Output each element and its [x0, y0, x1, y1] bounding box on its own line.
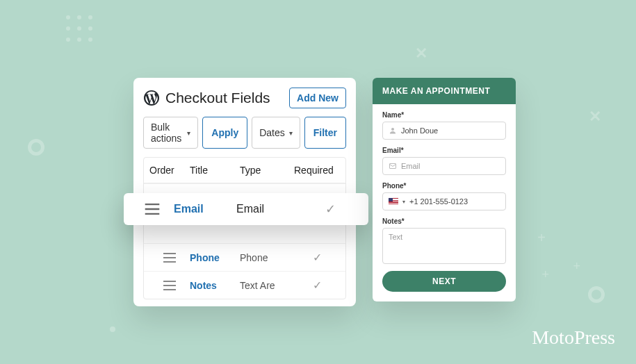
- table-row: Notes Text Are ✓: [144, 271, 345, 299]
- row-type: Phone: [240, 252, 294, 263]
- drag-handle-icon[interactable]: [149, 253, 190, 263]
- dates-select[interactable]: Dates ▾: [252, 117, 300, 149]
- admin-panel: Checkout Fields Add New Bulk actions ▾ A…: [133, 78, 356, 306]
- apply-button[interactable]: Apply: [202, 117, 247, 149]
- row-type: Email: [236, 203, 299, 215]
- row-title-link[interactable]: Notes: [190, 280, 240, 291]
- chevron-down-icon: ▾: [289, 129, 293, 137]
- filter-button[interactable]: Filter: [304, 117, 346, 149]
- name-label: Name*: [382, 111, 506, 119]
- add-new-button[interactable]: Add New: [289, 88, 346, 108]
- table-row-highlight: Email Email ✓: [124, 193, 368, 225]
- next-button[interactable]: NEXT: [382, 271, 506, 292]
- notes-label: Notes*: [382, 217, 506, 225]
- name-input[interactable]: John Doue: [382, 122, 506, 140]
- table-row: Phone Phone ✓: [144, 243, 345, 271]
- svg-point-1: [391, 128, 394, 131]
- chevron-down-icon: ▾: [187, 129, 190, 137]
- col-required: Required: [294, 165, 340, 176]
- dates-label: Dates: [259, 127, 285, 138]
- wordpress-icon: [143, 90, 160, 106]
- drag-handle-icon[interactable]: [149, 281, 190, 290]
- form-heading: MAKE AN APPOINTMENT: [373, 78, 516, 104]
- page-title: Checkout Fields: [165, 90, 270, 106]
- bulk-actions-select[interactable]: Bulk actions ▾: [143, 117, 198, 149]
- drag-handle-icon[interactable]: [131, 204, 174, 215]
- email-placeholder: Email: [401, 162, 421, 170]
- mail-icon: [389, 162, 397, 170]
- check-icon: ✓: [294, 251, 340, 264]
- email-label: Email*: [382, 147, 506, 154]
- user-icon: [389, 126, 397, 135]
- email-input[interactable]: Email: [382, 157, 506, 175]
- notes-placeholder: Text: [389, 233, 402, 241]
- col-title: Title: [190, 165, 240, 176]
- row-type: Text Are: [240, 280, 294, 291]
- col-type: Type: [240, 165, 294, 176]
- chevron-down-icon[interactable]: ▾: [402, 199, 405, 205]
- appointment-form-preview: MAKE AN APPOINTMENT Name* John Doue Emai…: [373, 78, 516, 301]
- brand-logo: MotoPress: [532, 326, 615, 349]
- phone-input[interactable]: ▾ +1 201-555-0123: [382, 192, 506, 210]
- phone-label: Phone*: [382, 182, 506, 190]
- col-order: Order: [149, 165, 190, 176]
- notes-textarea[interactable]: Text: [382, 228, 506, 264]
- check-icon: ✓: [299, 201, 361, 217]
- us-flag-icon: [389, 198, 398, 205]
- row-title-link[interactable]: Email: [174, 203, 236, 215]
- bulk-actions-label: Bulk actions: [151, 122, 183, 144]
- name-value: John Doue: [401, 126, 438, 135]
- fields-table: Order Title Type Required Name Text ✓ Ph…: [143, 157, 346, 299]
- row-title-link[interactable]: Phone: [190, 252, 240, 263]
- check-icon: ✓: [294, 279, 340, 292]
- phone-value: +1 201-555-0123: [409, 197, 468, 206]
